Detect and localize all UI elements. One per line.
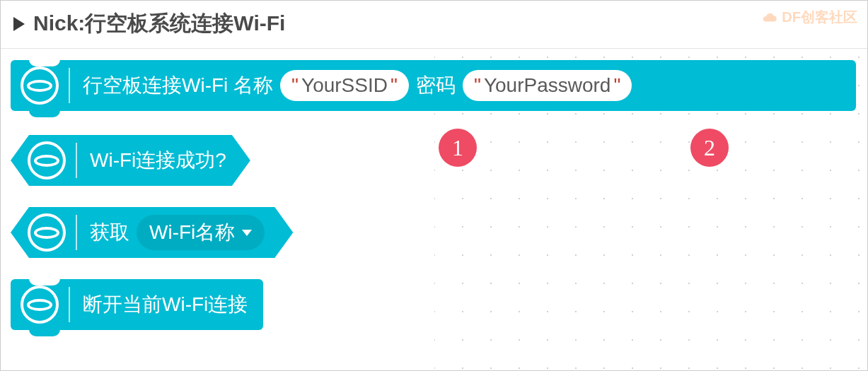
ring-icon [28,213,66,252]
check-label: Wi-Fi连接成功? [90,147,226,174]
block-wifi-disconnect[interactable]: 断开当前Wi-Fi连接 [11,279,263,330]
get-label: 获取 [90,219,129,246]
divider [76,143,77,178]
chevron-down-icon [242,230,252,236]
block-wifi-connect[interactable]: 行空板连接Wi-Fi 名称 " YourSSID " 密码 " YourPass… [11,60,856,111]
block-notch-top [29,278,60,285]
ring-icon [28,141,66,179]
divider [69,287,70,322]
annotation-badge-1: 1 [439,129,477,167]
ring-icon [21,285,59,324]
password-input[interactable]: " YourPassword " [463,70,632,101]
ring-icon [21,66,59,105]
dropdown-selected: Wi-Fi名称 [149,219,235,246]
quote-close: " [613,74,620,97]
blocks-palette: 行空板连接Wi-Fi 名称 " YourSSID " 密码 " YourPass… [1,49,867,341]
category-title: Nick:行空板系统连接Wi-Fi [33,9,285,38]
disconnect-label: 断开当前Wi-Fi连接 [83,291,248,318]
watermark: DF创客社区 [762,8,857,27]
ssid-value: YourSSID [301,74,388,97]
collapse-arrow-icon [13,17,25,31]
divider [76,215,77,250]
password-value: YourPassword [484,74,611,97]
watermark-text: DF创客社区 [782,8,857,27]
category-header[interactable]: Nick:行空板系统连接Wi-Fi [1,1,867,49]
annotation-badge-2: 2 [690,129,729,167]
cloud-icon [762,10,777,25]
connect-label-mid: 密码 [416,72,456,99]
quote-open: " [474,74,481,97]
get-dropdown[interactable]: Wi-Fi名称 [137,215,265,250]
block-notch-bottom [29,110,60,117]
block-wifi-get[interactable]: 获取 Wi-Fi名称 [11,207,293,258]
divider [69,68,70,103]
ssid-input[interactable]: " YourSSID " [280,70,409,101]
block-notch-top [29,59,60,66]
connect-label-prefix: 行空板连接Wi-Fi 名称 [83,72,273,99]
block-wifi-check[interactable]: Wi-Fi连接成功? [11,135,250,186]
quote-close: " [390,74,398,97]
block-notch-bottom [29,329,60,336]
quote-open: " [291,74,299,97]
